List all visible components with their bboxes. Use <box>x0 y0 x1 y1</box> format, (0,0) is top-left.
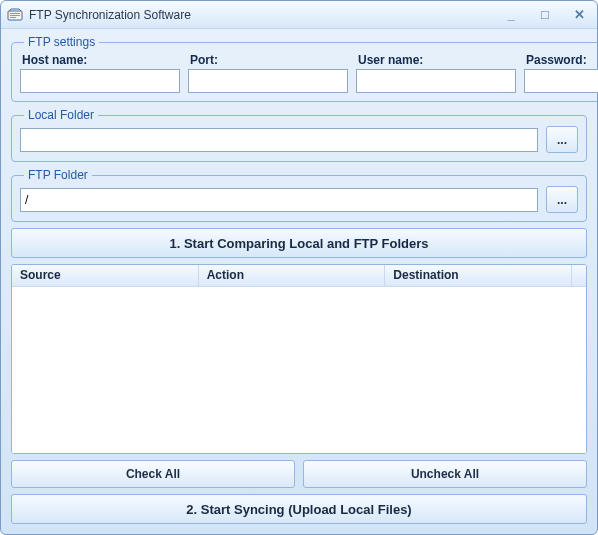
password-label: Password: <box>524 53 598 67</box>
col-action[interactable]: Action <box>199 265 386 286</box>
window-title: FTP Synchronization Software <box>29 8 499 22</box>
col-destination[interactable]: Destination <box>385 265 572 286</box>
ftp-folder-input[interactable] <box>20 188 538 212</box>
app-icon <box>7 7 23 23</box>
svg-rect-1 <box>10 13 20 14</box>
ftp-settings-group: FTP settings Host name: Port: User name:… <box>11 35 598 102</box>
check-all-button[interactable]: Check All <box>11 460 295 488</box>
ftp-settings-legend: FTP settings <box>24 35 99 49</box>
local-folder-input[interactable] <box>20 128 538 152</box>
col-spacer <box>572 265 586 286</box>
results-table: Source Action Destination <box>11 264 587 454</box>
user-input[interactable] <box>356 69 516 93</box>
ftp-folder-browse-button[interactable]: ... <box>546 186 578 213</box>
client-area: FTP settings Host name: Port: User name:… <box>1 29 597 534</box>
window-controls: _ □ ✕ <box>499 6 591 23</box>
svg-rect-3 <box>10 17 16 18</box>
ftp-folder-legend: FTP Folder <box>24 168 92 182</box>
svg-rect-2 <box>10 15 20 16</box>
sync-button[interactable]: 2. Start Syncing (Upload Local Files) <box>11 494 587 524</box>
compare-button[interactable]: 1. Start Comparing Local and FTP Folders <box>11 228 587 258</box>
local-folder-browse-button[interactable]: ... <box>546 126 578 153</box>
uncheck-all-button[interactable]: Uncheck All <box>303 460 587 488</box>
col-source[interactable]: Source <box>12 265 199 286</box>
maximize-button[interactable]: □ <box>533 6 557 23</box>
local-folder-group: Local Folder ... <box>11 108 587 162</box>
port-label: Port: <box>188 53 348 67</box>
host-input[interactable] <box>20 69 180 93</box>
port-input[interactable] <box>188 69 348 93</box>
app-window: FTP Synchronization Software _ □ ✕ FTP s… <box>0 0 598 535</box>
host-label: Host name: <box>20 53 180 67</box>
ftp-folder-group: FTP Folder ... <box>11 168 587 222</box>
table-header: Source Action Destination <box>12 265 586 287</box>
table-body <box>12 287 586 453</box>
minimize-button[interactable]: _ <box>499 6 523 23</box>
user-label: User name: <box>356 53 516 67</box>
local-folder-legend: Local Folder <box>24 108 98 122</box>
titlebar: FTP Synchronization Software _ □ ✕ <box>1 1 597 29</box>
close-button[interactable]: ✕ <box>567 6 591 23</box>
password-input[interactable] <box>524 69 598 93</box>
